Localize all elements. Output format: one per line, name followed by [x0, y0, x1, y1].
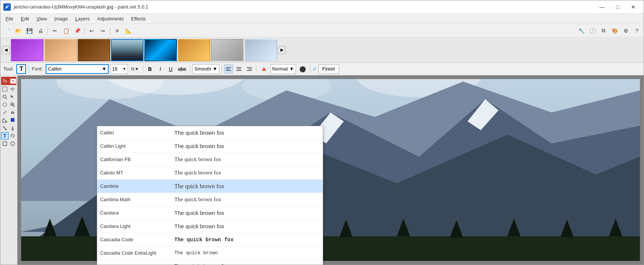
font-dropdown[interactable]: Calibri ▼	[46, 64, 109, 74]
thumbnail-4[interactable]	[111, 39, 144, 61]
tool-shape[interactable]	[1, 140, 9, 147]
font-preview: The quick brown fox	[174, 170, 320, 176]
normal-dropdown[interactable]: Normal ▼	[270, 64, 296, 74]
menu-file[interactable]: File	[2, 14, 17, 23]
font-row-calisto-mt[interactable]: Calisto MTThe quick brown fox	[97, 166, 323, 180]
tool-zoom[interactable]	[1, 93, 9, 101]
font-row-cambria[interactable]: CambriaThe quick brown fox	[97, 180, 323, 193]
tool-brush[interactable]	[1, 124, 9, 132]
tool-ellipse[interactable]	[9, 140, 16, 147]
undo-button[interactable]: ↩	[86, 26, 97, 36]
align-right-button[interactable]	[245, 65, 254, 73]
print-button[interactable]: 🖨	[35, 26, 46, 36]
font-size-value: 18	[112, 66, 117, 72]
tool-pan[interactable]	[9, 109, 16, 116]
menu-effects[interactable]: Effects	[127, 14, 150, 23]
tools-button[interactable]: 🔧	[576, 26, 586, 36]
strikethrough-button[interactable]: abc	[177, 65, 188, 73]
font-row-calibri-light[interactable]: Calibri LightThe quick brown fox	[97, 140, 323, 153]
font-row-cascadia-code[interactable]: Cascadia CodeThe quick brown fox	[97, 233, 323, 246]
ruler-button[interactable]: 📐	[123, 26, 134, 36]
smooth-arrow: ▼	[213, 66, 217, 72]
thumb-nav-left[interactable]: ◀	[2, 46, 10, 54]
thumbnail-5[interactable]	[144, 39, 177, 61]
blend-mode-button[interactable]: ⬤	[298, 64, 308, 74]
font-list[interactable]: CalibriThe quick brown foxCalibri LightT…	[97, 126, 323, 265]
menu-view[interactable]: View	[33, 14, 50, 23]
open-button[interactable]: 📂	[13, 26, 23, 36]
font-name: Cambria	[100, 183, 174, 189]
tool-ellipse-select[interactable]	[1, 101, 9, 108]
font-row-cambria-math[interactable]: Cambria MathThe quick brown fox	[97, 193, 323, 206]
smooth-dropdown[interactable]: Smooth ▼	[193, 64, 219, 74]
function-btn[interactable]: fx▼	[129, 64, 141, 74]
layers-button[interactable]: ⧉	[598, 26, 609, 36]
tool-icon[interactable]: T	[16, 64, 26, 74]
paste-button[interactable]: 📌	[72, 26, 82, 36]
thumbnail-1[interactable]	[11, 39, 43, 61]
tool-zoom-in[interactable]	[9, 101, 16, 108]
font-row-californian-fb[interactable]: Californian FBThe quick brown fox	[97, 153, 323, 166]
thumbnail-3[interactable]	[78, 39, 110, 61]
tool-color-swatch[interactable]	[9, 117, 16, 124]
svg-marker-31	[10, 135, 12, 137]
tool-select-move[interactable]	[9, 93, 16, 101]
svg-rect-9	[3, 87, 7, 91]
svg-point-30	[12, 129, 13, 130]
tool-rotate[interactable]	[9, 132, 16, 140]
menu-image[interactable]: Image	[51, 14, 72, 23]
copy-button[interactable]: 📋	[61, 26, 71, 36]
font-row-cascadia-code-light[interactable]: Cascadia Code LightThe quick brown fo	[97, 260, 323, 265]
tool-text[interactable]: T	[1, 132, 9, 140]
settings-button[interactable]: ⚙	[621, 26, 631, 36]
font-row-candara[interactable]: CandaraThe quick brown fox	[97, 206, 323, 220]
maximize-button[interactable]: □	[610, 2, 625, 12]
toolbox-header[interactable]: To... ✕	[1, 77, 16, 85]
new-button[interactable]: 📄	[2, 26, 12, 36]
align-left-button[interactable]	[224, 65, 233, 73]
redo-button[interactable]: ↪	[98, 26, 108, 36]
menu-edit[interactable]: Edit	[17, 14, 33, 23]
tool-fill[interactable]	[1, 117, 9, 124]
svg-point-28	[5, 129, 7, 130]
thumbnail-2[interactable]	[44, 39, 77, 61]
colors-button[interactable]: 🎨	[610, 26, 620, 36]
minimize-button[interactable]: —	[595, 2, 610, 12]
history-button[interactable]: 🕐	[587, 26, 598, 36]
font-preview: The quick brown fo	[174, 264, 320, 265]
font-row-cascadia-code-extralight[interactable]: Cascadia Code ExtraLightThe quick brown	[97, 246, 323, 260]
font-dropdown-arrow: ▼	[102, 66, 106, 72]
menu-layers[interactable]: Layers	[72, 14, 93, 23]
tool-rect-select[interactable]	[1, 85, 9, 93]
thumb-nav-right[interactable]: ▶	[278, 46, 286, 54]
thumbnail-6[interactable]	[178, 39, 210, 61]
grid-button[interactable]: #	[112, 26, 122, 36]
bold-button[interactable]: B	[145, 65, 154, 73]
align-center-button[interactable]	[234, 65, 243, 73]
font-row-calibri[interactable]: CalibriThe quick brown fox	[97, 126, 323, 140]
anti-alias-button[interactable]: 🔺	[259, 64, 269, 74]
toolbox-close[interactable]: ✕	[10, 79, 16, 84]
underline-button[interactable]: U	[166, 65, 175, 73]
font-size-dropdown[interactable]: 18 ▼	[110, 64, 128, 74]
menu-adjustments[interactable]: Adjustments	[93, 14, 128, 23]
thumbnail-8[interactable]	[244, 39, 277, 61]
svg-line-19	[3, 111, 6, 114]
font-preview: The quick brown fox	[174, 210, 320, 216]
italic-button[interactable]: I	[156, 65, 165, 73]
font-preview: The quick brown fox	[174, 237, 320, 243]
cut-button[interactable]: ✂	[50, 26, 60, 36]
thumbnail-7[interactable]	[211, 39, 244, 61]
help-button[interactable]: ?	[632, 26, 642, 36]
tool-color-picker[interactable]	[9, 124, 16, 132]
tool-move[interactable]	[9, 85, 16, 93]
main-content: To... ✕	[0, 75, 644, 265]
tool-pencil[interactable]	[1, 109, 9, 116]
canvas-container[interactable]: CalibriThe quick brown foxCalibri LightT…	[17, 75, 644, 265]
font-label: Font:	[32, 66, 43, 72]
svg-point-14	[3, 103, 7, 107]
close-button[interactable]: ✕	[626, 2, 641, 12]
save-button[interactable]: 💾	[24, 26, 34, 36]
font-row-candara-light[interactable]: Candara LightThe quick brown fox	[97, 220, 323, 233]
finish-button[interactable]: Finish	[318, 64, 339, 74]
